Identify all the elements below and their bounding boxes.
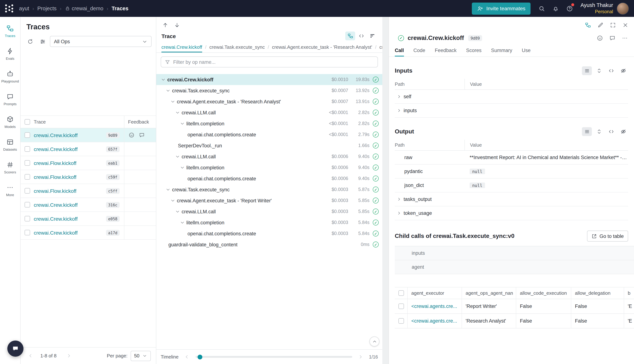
tab-call[interactable]: Call [395,44,404,56]
trace-tree-row[interactable]: openai.chat.completions.create$0.00069.4… [156,173,382,184]
trace-tree-row[interactable]: crewai.Task.execute_sync$0.00035.87s✓ [156,184,382,195]
chevron-down-icon[interactable] [165,186,171,193]
tab-summary[interactable]: Summary [491,44,512,56]
trace-row[interactable]: crewai.Crew.kickoffe058 [21,212,156,226]
trace-tree-row[interactable]: crewai.LLM.call$0.00035.85s✓ [156,206,382,217]
wandb-logo[interactable] [5,4,13,12]
chat-launcher-button[interactable] [7,340,24,357]
trace-tree-row[interactable]: crewai.LLM.call<$0.00012.82s✓ [156,107,382,118]
breadcrumb-projects[interactable]: Projects [38,6,57,11]
column-header[interactable]: allow_code_execution [516,288,571,299]
trace-row[interactable]: crewai.Crew.kickoff9d89 [21,128,156,142]
row-checkbox[interactable] [398,318,404,324]
column-header[interactable]: allow_delegation [571,288,624,299]
trace-tree-row[interactable]: crewai.Agent.execute_task - 'Research An… [156,96,382,107]
row-checkbox[interactable] [25,146,30,152]
chevron-down-icon[interactable] [174,208,181,215]
chevron-right-icon[interactable] [396,210,402,216]
trace-tree-row[interactable]: litellm.completion$0.00069.40s✓ [156,162,382,173]
trace-tree-row[interactable]: openai.chat.completions.create<$0.00012.… [156,129,382,140]
trace-path-tab[interactable]: crewai.Task.execute_sync [209,42,265,52]
chevron-right-icon[interactable] [396,93,402,100]
more-options-button[interactable] [621,35,628,41]
chevron-right-icon[interactable] [396,196,402,202]
row-checkbox[interactable] [25,132,30,138]
invite-teammates-button[interactable]: Invite teammates [472,2,530,14]
op-filter-input[interactable] [173,59,374,65]
next-call-button[interactable] [172,20,182,30]
trace-row[interactable]: crewai.Crew.kickoff316c [21,198,156,212]
row-checkbox[interactable] [398,304,404,309]
output-row-pydantic[interactable]: pydantic null [395,164,628,178]
chevron-down-icon[interactable] [179,120,186,127]
flame-view-button[interactable] [367,32,377,40]
show-trace-tree-button[interactable] [583,20,593,30]
code-view-button[interactable] [606,127,616,136]
chevron-down-icon[interactable] [165,87,171,94]
display-settings-button[interactable] [38,36,48,46]
hide-values-button[interactable] [618,66,628,75]
sidebar-item-models[interactable]: Models [0,111,20,134]
hide-values-button[interactable] [618,127,628,136]
sidebar-item-more[interactable]: More [0,179,20,202]
breadcrumb-project[interactable]: crewai_demo [72,6,104,11]
close-button[interactable] [620,20,630,30]
trace-op-link[interactable]: crewai.Crew.kickoff [34,202,78,208]
comment-indicator-icon[interactable] [138,132,145,138]
row-checkbox[interactable] [25,174,30,180]
chevron-down-icon[interactable] [169,98,176,105]
column-header[interactable]: agent_executor [407,288,462,299]
row-checkbox[interactable] [25,230,30,235]
reaction-indicator-icon[interactable] [128,132,135,138]
sidebar-item-datasets[interactable]: Datasets [0,134,20,156]
chevron-down-icon[interactable] [160,76,167,83]
op-filter-select[interactable]: All Ops [50,36,152,47]
trace-op-link[interactable]: crewai.Flow.kickoff [34,160,77,166]
trace-tree-row[interactable]: SerperDevTool._run1.66s✓ [156,140,382,151]
sidebar-item-evals[interactable]: Evals [0,42,20,65]
trace-tree-row[interactable]: crewai.LLM.call$0.00069.40s✓ [156,151,382,162]
select-all-checkbox[interactable] [25,119,30,125]
row-checkbox[interactable] [25,188,30,194]
trace-row[interactable]: crewai.Crew.kickoffa17d [21,226,156,240]
chevron-down-icon[interactable] [174,153,181,160]
call-id-badge[interactable]: 9d89 [468,35,482,41]
child-call-row[interactable]: <crewai.agents.cre...'Report Writer'Fals… [395,299,634,314]
timeline-slider-handle[interactable] [198,354,202,359]
trace-tree-row[interactable]: litellm.completion$0.00035.84s✓ [156,217,382,228]
avatar[interactable] [617,2,629,14]
expand-button[interactable] [607,20,618,30]
trace-row[interactable]: crewai.Crew.kickoff657f [21,142,156,156]
prev-page-button[interactable] [26,351,35,360]
timeline-next-button[interactable] [356,352,365,362]
tab-use[interactable]: Use [522,44,530,56]
trace-op-link[interactable]: crewai.Crew.kickoff [34,216,78,222]
trace-tree-row[interactable]: litellm.completion<$0.00012.82s✓ [156,118,382,129]
row-checkbox[interactable] [25,202,30,208]
trace-path-tab[interactable]: crewai.LLM.cal... [379,42,382,52]
output-row-token-usage[interactable]: token_usage [395,206,628,220]
chevron-down-icon[interactable] [174,109,181,116]
sidebar-item-prompts[interactable]: Prompts [0,88,20,111]
trace-tree-row[interactable]: crewai.Task.execute_sync$0.000713.92s✓ [156,85,382,96]
timeline-prev-button[interactable] [182,352,192,362]
help-button[interactable] [563,2,576,15]
output-row-tasks-output[interactable]: tasks_output [395,192,628,206]
column-header[interactable]: b [624,288,634,299]
breadcrumb-entity[interactable]: ayut [19,6,29,11]
list-view-button[interactable] [582,127,592,136]
user-menu[interactable]: Ayush Thakur Personal [580,2,629,15]
select-all-checkbox[interactable] [398,290,404,296]
trace-row[interactable]: crewai.Flow.kickoffeab1 [21,156,156,170]
chevron-down-icon[interactable] [169,197,176,204]
output-row-json-dict[interactable]: json_dict null [395,178,628,192]
sidebar-item-traces[interactable]: Traces [0,20,20,42]
column-header-trace[interactable]: Trace [34,119,46,125]
expand-rows-button[interactable] [594,127,604,136]
trace-path-tab[interactable]: crewai.Agent.execute_task - 'Research An… [272,42,372,52]
tab-code[interactable]: Code [414,44,425,56]
trace-tree-row[interactable]: crewai.Crew.kickoff$0.001019.83s✓ [156,74,382,85]
input-row-self[interactable]: self [395,90,628,104]
row-checkbox[interactable] [25,160,30,166]
list-view-button[interactable] [582,66,592,75]
